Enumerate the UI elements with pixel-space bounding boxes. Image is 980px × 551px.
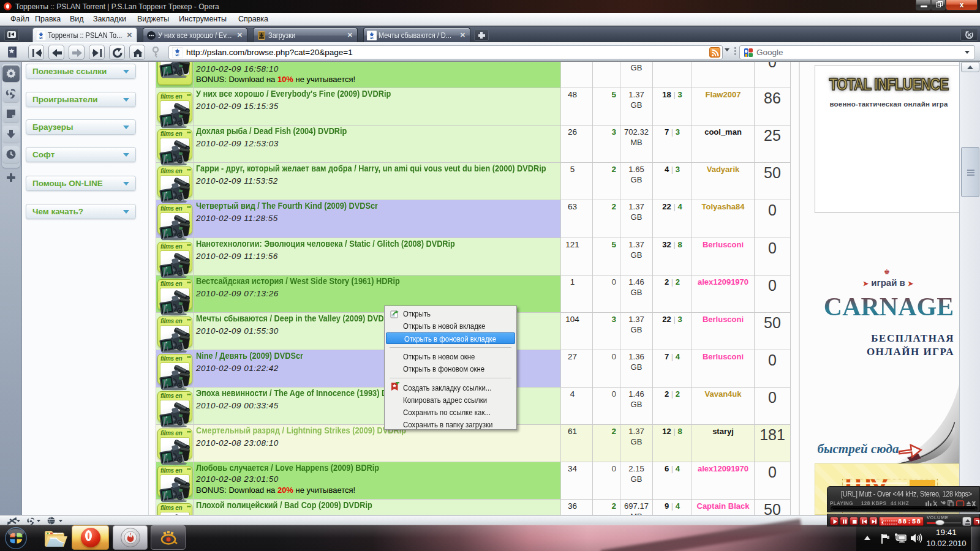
svg-text:PS: PS	[175, 53, 179, 56]
svg-text:PS: PS	[39, 36, 43, 39]
svg-text:PS: PS	[370, 36, 374, 39]
